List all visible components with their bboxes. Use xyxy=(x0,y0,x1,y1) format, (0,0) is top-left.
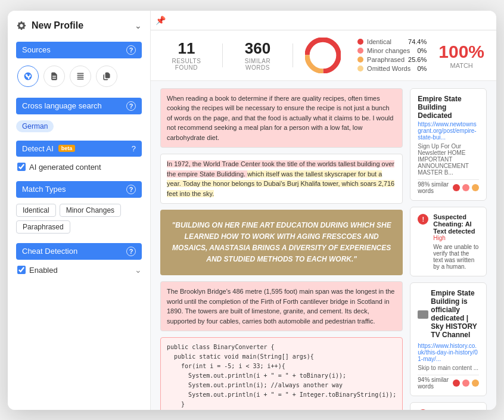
dot-orange-1 xyxy=(472,184,479,191)
text-1: When reading a book to determine if ther… xyxy=(167,95,393,141)
similar-words-stat: 360 SIMILAR WORDS xyxy=(235,39,281,71)
alert-hidden-icon: ! xyxy=(418,409,428,410)
result-2-url[interactable]: https://www.history.co.uk/this-day-in-hi… xyxy=(418,343,479,362)
sources-header[interactable]: Sources ? xyxy=(16,42,142,58)
app-container: New Profile ⌄ Sources ? xyxy=(8,11,496,410)
alert-ai-title-block: Suspected Cheating: AI Text detected Hig… xyxy=(433,213,479,241)
source-icon-globe[interactable] xyxy=(17,66,39,87)
cross-language-header[interactable]: Cross language search ? xyxy=(16,98,142,114)
chip-paraphrased[interactable]: Paraphrased xyxy=(16,220,70,234)
similar-words-number: 360 xyxy=(235,39,281,58)
sources-help-icon[interactable]: ? xyxy=(126,45,136,55)
language-tag[interactable]: German xyxy=(16,120,54,132)
chevron-down-icon[interactable]: ⌄ xyxy=(135,21,142,30)
result-2-dots xyxy=(453,379,479,387)
code-block: public class BinaryConverter { public st… xyxy=(160,337,403,410)
sidebar-header-left: New Profile xyxy=(16,20,83,31)
cheat-enabled-checkbox[interactable] xyxy=(17,266,26,274)
dot-red-1 xyxy=(453,184,460,191)
cheat-detection-label: Cheat Detection xyxy=(22,247,77,256)
text-block-2: In 1972, the World Trade Center took the… xyxy=(160,154,403,204)
legend-dot-paraphrased xyxy=(357,57,363,63)
sidebar: New Profile ⌄ Sources ? xyxy=(8,11,151,410)
divider-1 xyxy=(418,179,479,180)
match-types-section: Match Types ? Identical Minor Changes Pa… xyxy=(16,181,142,235)
result-2-title: Empire State Building is officially dedi… xyxy=(431,289,479,339)
cheat-chevron-icon[interactable]: ⌄ xyxy=(135,265,142,275)
legend-pct-minor: 0% xyxy=(417,47,427,54)
cheat-detection-header[interactable]: Cheat Detection ? xyxy=(16,243,142,260)
result-1-dots xyxy=(453,184,479,191)
match-pct-block: 100% MATCH xyxy=(438,42,484,69)
alert-card-ai: ! Suspected Cheating: AI Text detected H… xyxy=(410,207,487,276)
result-1-similar-row: 98% similar words xyxy=(418,181,479,194)
detect-ai-section: Detect AI beta ? AI generated content xyxy=(16,141,142,173)
ai-content-label: AI generated content xyxy=(29,163,101,172)
code-text: public class BinaryConverter { public st… xyxy=(167,343,396,410)
ai-content-checkbox[interactable] xyxy=(17,163,26,171)
sources-section: Sources ? xyxy=(16,42,142,89)
legend-label-minor: Minor changes xyxy=(367,47,413,54)
image-quote-text: "BUILDING ON HER FINE ART EDUCATION DURI… xyxy=(170,220,393,266)
results-found-stat: 11 RESULTS FOUND xyxy=(163,39,210,71)
dot-pink-1 xyxy=(462,184,469,191)
cross-language-label: Cross language search xyxy=(22,101,102,110)
text-block-3: The Brooklyn Bridge's 486 metre (1,595 f… xyxy=(160,281,403,331)
alert-ai-severity: High xyxy=(433,235,479,241)
results-column: Empire State Building Dedicated https://… xyxy=(410,88,487,410)
stat-divider-1 xyxy=(222,43,223,67)
legend-label-paraphrased: Paraphrased xyxy=(367,56,405,63)
main-content: 📌 11 RESULTS FOUND 360 SIMILAR WORDS xyxy=(151,11,496,410)
legend-minor: Minor changes 0% xyxy=(357,47,427,54)
beta-badge: beta xyxy=(58,145,76,152)
source-icon-file[interactable] xyxy=(43,66,65,87)
ai-content-row: AI generated content xyxy=(16,161,142,173)
svg-point-1 xyxy=(307,39,339,71)
cheat-detection-section: Cheat Detection ? Enabled ⌄ xyxy=(16,243,142,276)
result-1-url[interactable]: https://www.newtownsgrant.org/post/empir… xyxy=(418,121,479,141)
legend-pct-paraphrased: 25.6% xyxy=(408,56,427,63)
result-2-header-row: Empire State Building is officially dedi… xyxy=(418,289,479,340)
legend-identical: Identical 74.4% xyxy=(357,38,427,45)
alert-ai-icon: ! xyxy=(418,214,428,225)
match-types-header[interactable]: Match Types ? xyxy=(16,181,142,198)
dot-pink-2 xyxy=(462,379,469,387)
legend-omitted: Omitted Words 0% xyxy=(357,65,427,72)
result-1-title: Empire State Building Dedicated xyxy=(418,95,479,120)
legend-label-identical: Identical xyxy=(367,38,405,45)
pie-chart xyxy=(305,38,341,73)
match-types-help-icon[interactable]: ? xyxy=(126,185,136,194)
dot-red-2 xyxy=(453,379,460,387)
cross-language-section: Cross language search ? German xyxy=(16,98,142,132)
source-icon-document[interactable] xyxy=(96,66,117,87)
cheat-detection-help-icon[interactable]: ? xyxy=(126,247,136,256)
source-icons xyxy=(16,63,142,89)
alert-hidden-title: Suspected Cheating: Hidden Characters xyxy=(433,409,479,410)
legend-dot-identical xyxy=(357,39,363,45)
legend-pct-omitted: 0% xyxy=(417,65,427,72)
stat-divider-2 xyxy=(293,43,293,67)
detect-ai-header[interactable]: Detect AI beta ? xyxy=(16,141,142,157)
document-area: When reading a book to determine if ther… xyxy=(151,81,496,410)
result-2-similar-row: 94% similar words xyxy=(418,377,479,390)
cross-language-help-icon[interactable]: ? xyxy=(126,101,136,111)
document-column: When reading a book to determine if ther… xyxy=(160,88,403,410)
sources-label: Sources xyxy=(22,45,51,54)
legend-paraphrased: Paraphrased 25.6% xyxy=(357,56,427,63)
result-card-2: Empire State Building is officially dedi… xyxy=(410,282,487,396)
result-card-1: Empire State Building Dedicated https://… xyxy=(410,88,487,201)
stats-row: 11 RESULTS FOUND 360 SIMILAR WORDS xyxy=(151,30,496,81)
chip-minor-changes[interactable]: Minor Changes xyxy=(60,204,121,217)
alert-ai-body: We are unable to verify that the text wa… xyxy=(433,244,479,270)
image-block: "BUILDING ON HER FINE ART EDUCATION DURI… xyxy=(160,210,403,275)
chip-identical[interactable]: Identical xyxy=(16,204,56,217)
result-2-desc: Skip to main content ... xyxy=(418,365,479,371)
match-pct-value: 100% xyxy=(438,42,484,62)
legend-label-omitted: Omitted Words xyxy=(367,65,413,72)
alert-card-hidden: ! Suspected Cheating: Hidden Characters … xyxy=(410,402,487,410)
result-1-similar-label: 98% similar words xyxy=(418,181,453,194)
source-icon-list[interactable] xyxy=(70,66,91,87)
detect-ai-help-icon[interactable]: ? xyxy=(132,144,136,153)
tv-icon xyxy=(418,310,428,319)
pie-legend: Identical 74.4% Minor changes 0% Paraphr… xyxy=(357,38,427,72)
